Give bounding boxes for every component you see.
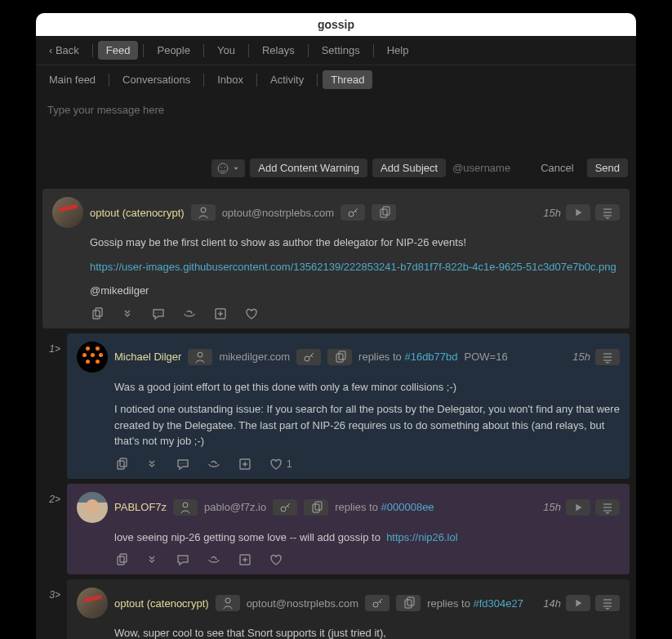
tab-inbox[interactable]: Inbox	[209, 70, 251, 89]
tab-main-feed[interactable]: Main feed	[41, 70, 104, 89]
add-action-icon[interactable]	[238, 553, 251, 566]
nav-back[interactable]: ‹ Back	[41, 41, 87, 60]
post-body: Wow, super cool to see that Snort suppor…	[114, 625, 620, 639]
avatar[interactable]	[77, 342, 108, 373]
like-action-icon[interactable]	[269, 553, 283, 566]
mention-input[interactable]	[451, 161, 527, 175]
post-line: Wow, super cool to see that Snort suppor…	[114, 625, 620, 639]
cancel-button[interactable]: Cancel	[532, 159, 581, 177]
reply-to-hash[interactable]: #000008ee	[381, 501, 434, 513]
expand-action-icon[interactable]	[145, 553, 158, 566]
zap-action-icon[interactable]	[183, 307, 196, 320]
zap-action-icon[interactable]	[207, 458, 220, 471]
key-icon[interactable]	[273, 499, 297, 516]
post-menu-icon[interactable]	[595, 204, 620, 221]
copy-action-icon[interactable]	[114, 458, 127, 471]
nav-relays[interactable]: Relays	[254, 41, 303, 60]
tab-activity[interactable]: Activity	[262, 70, 312, 89]
post-link[interactable]: https://user-images.githubusercontent.co…	[90, 261, 616, 273]
reply-row: 2> PABLOF7z pablo@f7z.io replies to #000…	[42, 484, 630, 575]
add-action-icon[interactable]	[214, 307, 227, 320]
like-action-icon[interactable]: 1	[269, 458, 292, 471]
copy-icon[interactable]	[327, 349, 352, 365]
divider	[317, 74, 318, 87]
reply-row: 1> Michael Dilger mikedilger.com replies…	[42, 333, 630, 479]
avatar[interactable]	[77, 492, 108, 523]
avatar[interactable]	[52, 197, 83, 228]
copy-action-icon[interactable]	[114, 553, 127, 566]
post-menu-icon[interactable]	[595, 499, 620, 516]
nav-settings[interactable]: Settings	[314, 41, 368, 60]
expand-action-icon[interactable]	[145, 458, 158, 471]
copy-icon[interactable]	[372, 204, 396, 221]
post-header: Michael Dilger mikedilger.com replies to…	[77, 342, 620, 373]
key-icon[interactable]	[365, 595, 389, 611]
like-action-icon[interactable]	[245, 307, 258, 320]
post-mention[interactable]: @mikedilger	[90, 283, 620, 299]
post-menu-icon[interactable]	[595, 595, 620, 611]
expand-action-icon[interactable]	[121, 307, 134, 320]
post-body: Gossip may be the first client to show a…	[90, 235, 620, 299]
compose-toolbar: Add Content Warning Add Subject Cancel S…	[36, 159, 636, 185]
emoji-button[interactable]	[211, 159, 245, 177]
reply-to-hash[interactable]: #fd304e27	[474, 597, 523, 610]
send-button[interactable]: Send	[587, 159, 628, 177]
play-icon[interactable]	[566, 595, 590, 611]
reply-to: replies to #000008ee	[335, 501, 434, 513]
compose-area	[36, 94, 636, 159]
depth-indicator: 2>	[42, 484, 60, 505]
comment-action-icon[interactable]	[176, 458, 189, 471]
tab-thread[interactable]: Thread	[323, 70, 372, 89]
add-action-icon[interactable]	[238, 458, 251, 471]
divider	[256, 74, 257, 87]
depth-indicator: 1>	[42, 333, 60, 355]
username[interactable]: Michael Dilger	[114, 351, 181, 363]
tab-conversations[interactable]: Conversations	[114, 70, 198, 89]
nav-feed[interactable]: Feed	[98, 41, 139, 60]
compose-input[interactable]	[46, 102, 630, 150]
comment-action-icon[interactable]	[152, 307, 165, 320]
post-body: Was a good joint effort to get this done…	[114, 379, 620, 449]
key-icon[interactable]	[296, 349, 321, 365]
copy-action-icon[interactable]	[90, 307, 103, 320]
avatar[interactable]	[77, 588, 108, 619]
post-reply: PABLOF7z pablo@f7z.io replies to #000008…	[67, 484, 630, 575]
person-icon[interactable]	[191, 204, 216, 221]
post-reply: optout (catenocrypt) optout@nostrplebs.c…	[67, 579, 630, 639]
play-icon[interactable]	[566, 204, 590, 221]
divider	[109, 74, 109, 87]
nip05-address: pablo@f7z.io	[204, 501, 266, 513]
pow-label: POW=16	[465, 351, 508, 363]
reply-to-hash[interactable]: #16db77bd	[404, 351, 457, 363]
divider	[373, 44, 374, 57]
nip05-address: mikedilger.com	[219, 351, 290, 363]
key-icon[interactable]	[340, 204, 365, 221]
post-menu-icon[interactable]	[595, 349, 620, 365]
smile-icon	[216, 162, 229, 175]
username[interactable]: PABLOF7z	[114, 501, 167, 513]
post-header: PABLOF7z pablo@f7z.io replies to #000008…	[77, 492, 620, 523]
copy-icon[interactable]	[304, 499, 328, 516]
username[interactable]: optout (catenocrypt)	[114, 597, 209, 610]
app-window: gossip ‹ Back Feed People You Relays Set…	[36, 13, 636, 639]
post-line: Gossip may be the first client to show a…	[90, 235, 620, 251]
copy-icon[interactable]	[396, 595, 421, 611]
zap-action-icon[interactable]	[207, 553, 220, 566]
username[interactable]: optout (catenocrypt)	[90, 207, 185, 219]
person-icon[interactable]	[173, 499, 198, 516]
add-content-warning-button[interactable]: Add Content Warning	[250, 159, 367, 177]
divider	[92, 44, 93, 57]
main-nav: ‹ Back Feed People You Relays Settings H…	[36, 36, 636, 65]
post-header: optout (catenocrypt) optout@nostrplebs.c…	[52, 197, 620, 228]
sub-nav: Main feed Conversations Inbox Activity T…	[36, 65, 636, 94]
post-actions: 1	[114, 458, 620, 471]
comment-action-icon[interactable]	[176, 553, 189, 566]
play-icon[interactable]	[566, 499, 590, 516]
nav-you[interactable]: You	[209, 41, 243, 60]
nav-people[interactable]: People	[149, 41, 198, 60]
person-icon[interactable]	[216, 595, 240, 611]
add-subject-button[interactable]: Add Subject	[372, 159, 446, 177]
person-icon[interactable]	[188, 349, 212, 365]
post-link[interactable]: https://nip26.lol	[386, 531, 457, 543]
nav-help[interactable]: Help	[379, 41, 417, 60]
